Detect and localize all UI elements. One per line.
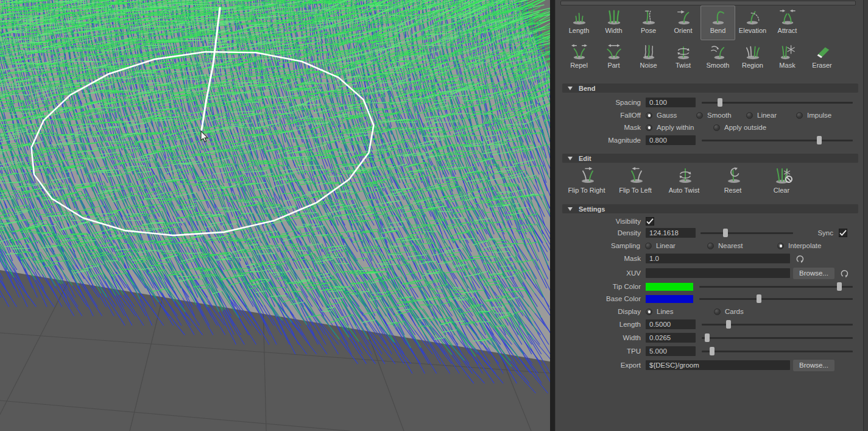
width-slider[interactable] [702, 333, 853, 343]
density-slider[interactable] [700, 228, 793, 238]
magnitude-slider[interactable] [702, 135, 853, 145]
base-color-label: Base Color [562, 295, 641, 302]
tool-attract-button[interactable]: Attract [770, 5, 805, 40]
tpu-row: TPU5.000 [562, 346, 856, 357]
length-slider[interactable] [702, 319, 853, 329]
tip-color-slider[interactable] [699, 282, 853, 291]
clear-button[interactable]: Clear [757, 163, 806, 194]
spacing-label: Spacing [562, 99, 641, 106]
sync-checkbox[interactable] [839, 229, 847, 237]
mask-field[interactable]: 1.0 [646, 254, 790, 263]
panel-divider[interactable] [550, 0, 556, 431]
sync-label: Sync [817, 229, 833, 237]
spacing-slider[interactable] [702, 98, 853, 107]
flip-to-right-button[interactable]: Flip To Right [562, 163, 611, 194]
falloff-option-smooth[interactable]: Smooth [696, 112, 746, 119]
tpu-slider-handle[interactable] [710, 347, 715, 355]
twist-brush-icon [674, 42, 693, 60]
tip-color-slider-handle[interactable] [837, 282, 842, 291]
tool-bend-button[interactable]: Bend [700, 5, 735, 40]
mouse-cursor [201, 131, 208, 142]
smooth-brush-icon [709, 42, 727, 60]
tip-color-swatch[interactable] [646, 283, 693, 291]
flip-to-left-button[interactable]: Flip To Left [611, 163, 660, 194]
xuv-field[interactable] [646, 268, 790, 278]
flip-right-icon [576, 163, 598, 184]
bend-section-header[interactable]: Bend [562, 84, 858, 93]
bend-mask-row: MaskApply withinApply outside [562, 122, 856, 133]
magnitude-field[interactable]: 0.800 [646, 135, 696, 145]
sampling-option-nearest[interactable]: Nearest [707, 242, 777, 249]
spacing-slider-handle[interactable] [718, 98, 722, 107]
spacing-field[interactable]: 0.100 [646, 98, 696, 107]
tool-repel-button[interactable]: Repel [562, 40, 596, 78]
density-field[interactable]: 124.1618 [646, 228, 696, 238]
tool-label: Attract [778, 27, 797, 34]
reset-button[interactable]: Reset [708, 163, 757, 194]
bend-brush-icon [709, 7, 727, 26]
display-option-lines[interactable]: Lines [646, 308, 714, 315]
tool-part-button[interactable]: Part [596, 40, 631, 78]
export-field[interactable]: ${DESC}/groom [646, 360, 790, 370]
viewport-overlay [0, 0, 550, 431]
tip-color-row: Tip Color [562, 281, 856, 292]
base-color-slider-handle[interactable] [757, 294, 761, 303]
length-field[interactable]: 0.5000 [646, 319, 696, 329]
tpu-slider[interactable] [702, 346, 853, 356]
sampling-option-interpolate[interactable]: Interpolate [777, 242, 856, 249]
falloff-option-linear[interactable]: Linear [746, 112, 796, 119]
width-slider-track [702, 337, 853, 339]
falloff-row: FallOffGaussSmoothLinearImpulse [562, 110, 856, 121]
sampling-row: SamplingLinearNearestInterpolate [562, 240, 856, 251]
edit-section-header[interactable]: Edit [562, 154, 858, 163]
bend-mask-option-apply-within[interactable]: Apply within [646, 124, 713, 131]
tool-twist-button[interactable]: Twist [666, 40, 700, 78]
mask-reload-icon[interactable] [796, 254, 805, 263]
sampling-radio [707, 243, 714, 249]
visibility-checkbox[interactable] [646, 217, 654, 226]
tpu-field[interactable]: 5.000 [646, 346, 696, 356]
length-slider-handle[interactable] [726, 320, 731, 329]
panel-splitter-bar[interactable] [560, 1, 856, 5]
tool-mask-button[interactable]: Mask [770, 40, 805, 78]
tool-label: Orient [674, 27, 693, 34]
tool-label: Bend [710, 27, 726, 34]
clear-icon [771, 163, 792, 184]
edit-button-label: Flip To Left [619, 187, 652, 194]
collapse-triangle-icon [568, 157, 573, 160]
export-browse-button[interactable]: Browse... [793, 360, 834, 371]
width-field[interactable]: 0.0265 [646, 333, 696, 343]
tool-orient-button[interactable]: Orient [666, 5, 700, 40]
tool-length-button[interactable]: Length [562, 5, 596, 40]
tool-width-button[interactable]: Width [596, 5, 631, 40]
tool-label: Part [607, 62, 619, 69]
edit-button-label: Flip To Right [568, 187, 605, 194]
xuv-reload-icon[interactable] [840, 269, 849, 278]
base-color-swatch[interactable] [646, 295, 693, 303]
tool-eraser-button[interactable]: Eraser [805, 40, 839, 78]
viewport-3d[interactable] [0, 0, 550, 431]
tool-noise-button[interactable]: Noise [631, 40, 666, 78]
xuv-row: XUVBrowse... [562, 268, 856, 279]
sampling-option-linear[interactable]: Linear [645, 242, 707, 249]
tool-region-button[interactable]: Region [735, 40, 770, 78]
falloff-option-impulse[interactable]: Impulse [796, 112, 851, 119]
tool-smooth-button[interactable]: Smooth [700, 40, 735, 78]
tool-elevation-button[interactable]: Elevation [735, 5, 770, 40]
falloff-option-gauss[interactable]: Gauss [646, 112, 696, 119]
settings-section-header[interactable]: Settings [562, 204, 858, 213]
display-option-cards[interactable]: Cards [714, 308, 775, 315]
panel-scrollbar[interactable] [863, 0, 868, 431]
xuv-browse-button[interactable]: Browse... [793, 268, 834, 279]
tool-pose-button[interactable]: Pose [631, 5, 666, 40]
tip-color-slider-track [699, 286, 853, 288]
bend-mask-option-apply-outside[interactable]: Apply outside [713, 124, 792, 131]
brush-toolbar: LengthWidthPoseOrientBendElevationAttrac… [562, 5, 839, 78]
option-label: Apply outside [724, 124, 766, 131]
magnitude-slider-handle[interactable] [817, 136, 822, 144]
width-slider-handle[interactable] [705, 333, 710, 342]
option-label: Cards [725, 308, 744, 315]
density-slider-handle[interactable] [723, 229, 728, 237]
auto-twist-button[interactable]: Auto Twist [660, 163, 708, 194]
base-color-slider[interactable] [699, 294, 853, 304]
